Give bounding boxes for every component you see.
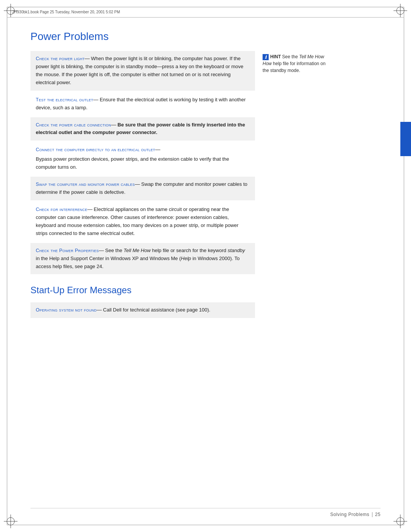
main-content: Power Problems Check the power light— Wh… <box>30 30 381 502</box>
entry-os-not-found: Operating system not found— Call Dell fo… <box>30 302 255 318</box>
entry-swap-cables: Swap the computer and monitor power cabl… <box>30 177 255 200</box>
footer: Solving Problems | 25 <box>30 508 381 518</box>
page-title: Power Problems <box>30 30 255 43</box>
entry-key-1: Check the power light <box>36 56 84 61</box>
footer-page: 25 <box>375 512 381 517</box>
entry-key-2: Test the electrical outlet <box>36 97 93 102</box>
hint-column: ℹHINT See the Tell Me How How help file … <box>263 53 329 320</box>
entry-key-6: Check for interference <box>36 207 87 212</box>
entry-test-outlet: Test the electrical outlet— Ensure that … <box>30 92 255 116</box>
entry-key-4: Connect the computer directly to an elec… <box>36 147 155 152</box>
entry-check-cable: Check the power cable connection— Be sur… <box>30 117 255 141</box>
header-bar: 2H930bk1.book Page 25 Tuesday, November … <box>7 7 404 18</box>
hint-label: HINT <box>270 54 281 59</box>
entry-key-7: Check the Power Properties <box>36 248 99 253</box>
entry-body-4: Bypass power protection devices, power s… <box>36 156 229 170</box>
entry-key-5: Swap the computer and monitor power cabl… <box>36 182 135 187</box>
hint-box: ℹHINT See the Tell Me How How help file … <box>263 53 329 74</box>
entry-check-power-light: Check the power light— When the power li… <box>30 51 255 91</box>
blue-tab <box>400 122 411 156</box>
entry-key-3: Check the power cable connection <box>36 122 111 128</box>
entry-power-properties: Check the Power Properties— See the Tell… <box>30 243 255 275</box>
hint-icon: ℹ <box>263 54 269 60</box>
header-text: 2H930bk1.book Page 25 Tuesday, November … <box>12 10 120 14</box>
section2-title: Start-Up Error Messages <box>30 285 255 296</box>
footer-sep: | <box>372 511 373 518</box>
crosshair-bottom-right <box>393 514 407 528</box>
crosshair-bottom-left <box>4 514 18 528</box>
entry-body-os: Call Dell for technical assistance (see … <box>103 307 210 313</box>
left-column: Power Problems Check the power light— Wh… <box>30 30 255 320</box>
footer-label: Solving Problems <box>330 512 370 517</box>
entry-connect-direct: Connect the computer directly to an elec… <box>30 142 255 175</box>
entry-interference: Check for interference— Electrical appli… <box>30 202 255 241</box>
entry-key-os: Operating system not found <box>36 307 97 313</box>
